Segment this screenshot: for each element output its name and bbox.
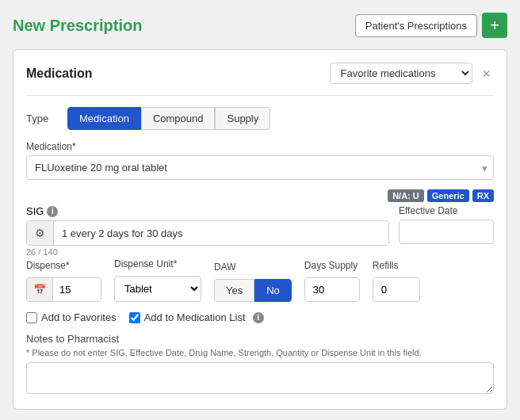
page-header: New Prescription Patient's Prescriptions… — [13, 13, 507, 38]
dispense-calendar-button[interactable]: 📅 — [27, 278, 53, 301]
favorite-medications-select[interactable]: Favorite medications — [330, 63, 472, 84]
badges-row: N/A: U Generic RX — [26, 189, 494, 202]
days-supply-label: Days Supply — [304, 260, 360, 271]
add-prescription-button[interactable]: + — [482, 13, 507, 38]
card-title: Medication — [26, 67, 93, 81]
dispense-field: Dispense* 📅 — [26, 260, 101, 302]
add-to-favorites-checkbox[interactable] — [26, 312, 37, 323]
rx-badge: RX — [472, 189, 494, 202]
patient-prescriptions-button[interactable]: Patient's Prescriptions — [355, 14, 477, 37]
sig-gear-button[interactable]: ⚙ — [27, 221, 54, 245]
add-to-medication-list-checkbox[interactable] — [129, 312, 140, 323]
sig-header: SIG i — [26, 205, 389, 217]
page-title: New Prescription — [13, 17, 142, 35]
checkboxes-row: Add to Favorites Add to Medication List … — [26, 311, 494, 323]
dispense-unit-field: Dispense Unit* Tablet Capsule mL mg — [114, 258, 201, 302]
sig-label: SIG — [26, 205, 44, 217]
medication-select[interactable]: FLUoxetine 20 mg oral tablet — [26, 155, 494, 180]
notes-section: Notes to Pharmacist * Please do not ente… — [26, 333, 494, 396]
add-to-favorites-text: Add to Favorites — [41, 311, 117, 323]
sig-char-count: 26 / 140 — [26, 247, 389, 257]
add-to-medication-list-label[interactable]: Add to Medication List i — [129, 311, 264, 323]
medication-field: Medication* FLUoxetine 20 mg oral tablet… — [26, 141, 494, 180]
dispense-unit-select[interactable]: Tablet Capsule mL mg — [114, 276, 201, 302]
daw-yes-no-group: Yes No — [214, 279, 292, 302]
header-actions: Patient's Prescriptions + — [355, 13, 507, 38]
medication-list-info-icon[interactable]: i — [253, 312, 264, 323]
medication-select-wrapper: FLUoxetine 20 mg oral tablet ▾ — [26, 155, 494, 180]
effective-date-section: Effective Date — [399, 205, 494, 244]
sig-and-date-row: SIG i ⚙ 26 / 140 Effective Date — [26, 205, 494, 257]
refills-field: Refills — [373, 260, 420, 302]
na-badge: N/A: U — [388, 189, 424, 202]
medication-label: Medication* — [26, 141, 494, 152]
type-medication-button[interactable]: Medication — [67, 107, 141, 130]
sig-input[interactable] — [54, 222, 388, 245]
type-button-group: Medication Compound Supply — [67, 107, 270, 130]
dispense-label: Dispense* — [26, 260, 101, 271]
notes-textarea[interactable] — [26, 362, 494, 394]
refills-input[interactable] — [373, 277, 420, 302]
sig-info-icon[interactable]: i — [47, 206, 58, 217]
days-supply-field: Days Supply — [304, 260, 360, 302]
daw-yes-button[interactable]: Yes — [214, 279, 254, 302]
type-label: Type — [26, 113, 58, 124]
type-row: Type Medication Compound Supply — [26, 107, 494, 130]
card-header: Medication Favorite medications × — [26, 63, 494, 84]
effective-date-input[interactable] — [399, 220, 494, 244]
daw-label: DAW — [214, 262, 292, 273]
daw-no-button[interactable]: No — [254, 279, 292, 302]
add-to-medication-list-text: Add to Medication List — [144, 311, 246, 323]
type-compound-button[interactable]: Compound — [141, 107, 216, 130]
sig-label-area: SIG i — [26, 205, 58, 217]
dispense-unit-label: Dispense Unit* — [114, 258, 201, 269]
generic-badge: Generic — [427, 189, 469, 202]
dispense-input[interactable] — [53, 278, 101, 301]
days-supply-input[interactable] — [304, 277, 360, 302]
add-to-favorites-label[interactable]: Add to Favorites — [26, 311, 117, 323]
card-header-right: Favorite medications × — [330, 63, 494, 84]
medication-card: Medication Favorite medications × Type M… — [13, 49, 507, 410]
notes-hint: * Please do not enter SIG, Effective Dat… — [26, 348, 494, 357]
dispense-input-row: 📅 — [26, 277, 101, 302]
sig-input-row: ⚙ — [26, 220, 389, 246]
refills-label: Refills — [373, 260, 420, 271]
sig-section: SIG i ⚙ 26 / 140 — [26, 205, 389, 257]
effective-date-label: Effective Date — [399, 205, 494, 216]
dispense-row: Dispense* 📅 Dispense Unit* Tablet Capsul… — [26, 258, 494, 302]
notes-label: Notes to Pharmacist — [26, 333, 494, 345]
type-supply-button[interactable]: Supply — [215, 107, 270, 130]
divider — [26, 95, 494, 96]
close-button[interactable]: × — [479, 65, 494, 82]
daw-field: DAW Yes No — [214, 262, 292, 302]
